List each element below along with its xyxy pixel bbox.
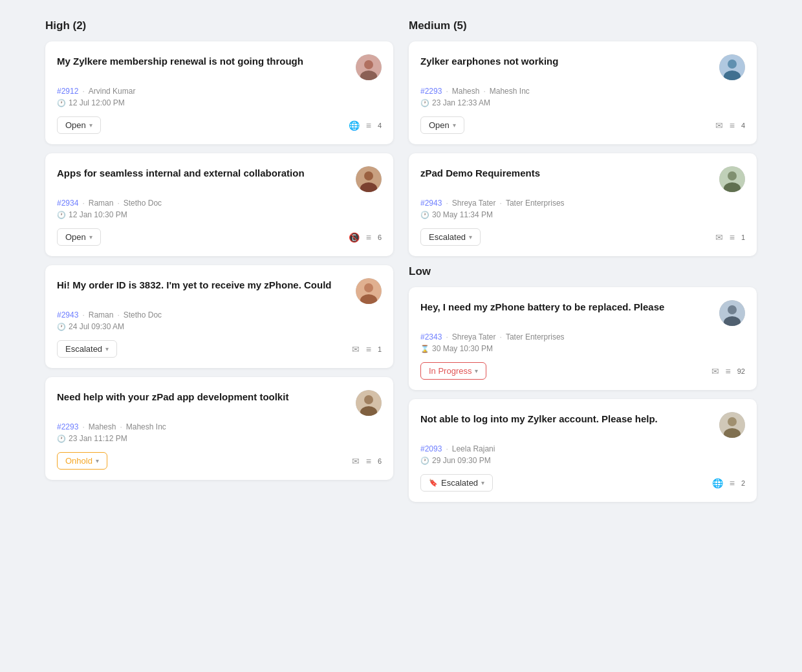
card-high-1: My Zylkere membership renewal is not goi… — [45, 41, 393, 144]
card-high-2-meta: #2934 · Raman · Stetho Doc — [57, 199, 382, 208]
footer-icons: 📵 ≡ 6 — [349, 232, 382, 243]
assignee: Shreya Tater — [452, 332, 496, 341]
svg-point-4 — [364, 171, 373, 180]
status-badge[interactable]: 🔖 Escalated ▾ — [420, 474, 493, 492]
list-icon[interactable]: ≡ — [366, 344, 371, 354]
clock-icon: 🕐 — [57, 323, 66, 331]
ticket-id: #2912 — [57, 87, 78, 96]
email-icon[interactable]: ✉ — [715, 120, 723, 131]
card-low-1-meta: #2343 · Shreya Tater · Tater Enterprises — [420, 332, 745, 341]
card-high-2-time: 🕐 12 Jan 10:30 PM — [57, 210, 382, 219]
svg-point-19 — [728, 305, 737, 314]
card-high-4-title: Need help with your zPad app development… — [57, 390, 356, 404]
chevron-down-icon: ▾ — [105, 345, 109, 352]
clock-icon: 🕐 — [420, 211, 429, 219]
card-med-2-time: 🕐 30 May 11:34 PM — [420, 210, 745, 219]
status-badge[interactable]: Open ▾ — [57, 228, 101, 246]
avatar — [719, 54, 745, 80]
card-med-2-title: zPad Demo Requirements — [420, 166, 719, 180]
status-badge[interactable]: Escalated ▾ — [420, 228, 481, 246]
count: 4 — [741, 122, 745, 129]
card-med-1-meta: #2293 · Mahesh · Mahesh Inc — [420, 87, 745, 96]
list-icon[interactable]: ≡ — [730, 120, 735, 131]
card-high-3-time: 🕐 24 Jul 09:30 AM — [57, 322, 382, 331]
svg-point-10 — [364, 395, 373, 404]
footer-icons: ✉ ≡ 4 — [715, 120, 745, 131]
globe-icon[interactable]: 🌐 — [712, 478, 723, 488]
svg-point-22 — [728, 417, 737, 426]
chevron-down-icon: ▾ — [96, 457, 99, 464]
kanban-board: High (2) My Zylkere membership renewal i… — [45, 19, 757, 511]
email-icon[interactable]: ✉ — [352, 344, 360, 354]
count: 6 — [378, 233, 382, 241]
card-high-3-title: Hi! My order ID is 3832. I'm yet to rece… — [57, 278, 356, 292]
footer-icons: 🌐 ≡ 2 — [712, 478, 745, 488]
status-badge[interactable]: Escalated ▾ — [57, 340, 117, 358]
company: Mahesh Inc — [490, 87, 530, 96]
list-icon[interactable]: ≡ — [366, 120, 371, 131]
escalated-icon: 🔖 — [429, 479, 438, 487]
ticket-id: #2934 — [57, 199, 78, 208]
footer-icons: ✉ ≡ 1 — [715, 232, 745, 243]
ticket-id: #2943 — [420, 199, 442, 208]
avatar — [356, 278, 382, 304]
clock-icon: 🕐 — [57, 435, 66, 443]
status-badge[interactable]: In Progress ▾ — [420, 362, 486, 380]
avatar — [719, 166, 745, 192]
status-badge[interactable]: Open ▾ — [57, 116, 101, 134]
svg-point-16 — [728, 171, 737, 180]
status-badge[interactable]: Onhold ▾ — [57, 452, 107, 470]
avatar — [356, 166, 382, 192]
ticket-id: #2943 — [57, 310, 78, 320]
company: Tater Enterprises — [506, 332, 565, 341]
phone-icon[interactable]: 📵 — [349, 232, 360, 243]
clock-icon: 🕐 — [420, 99, 429, 107]
ticket-id: #2093 — [420, 444, 442, 453]
list-icon[interactable]: ≡ — [730, 232, 735, 243]
card-low-2-time: 🕐 29 Jun 09:30 PM — [420, 456, 745, 465]
column-right: Medium (5) Zylker earphones not working … — [409, 19, 757, 511]
list-icon[interactable]: ≡ — [730, 478, 735, 488]
assignee: Raman — [89, 310, 114, 320]
card-high-1-meta: #2912 · Arvind Kumar — [57, 87, 382, 96]
hourglass-icon: ⌛ — [420, 345, 429, 353]
footer-icons: ✉ ≡ 92 — [711, 366, 745, 376]
company: Mahesh Inc — [126, 422, 166, 431]
card-high-1-time: 🕐 12 Jul 12:00 PM — [57, 98, 382, 107]
svg-point-7 — [364, 283, 373, 292]
email-icon[interactable]: ✉ — [715, 232, 723, 243]
card-med-1-time: 🕐 23 Jan 12:33 AM — [420, 98, 745, 107]
globe-icon[interactable]: 🌐 — [349, 120, 360, 131]
chevron-down-icon: ▾ — [469, 233, 472, 241]
card-low-2-meta: #2093 · Leela Rajani — [420, 444, 745, 453]
company: Tater Enterprises — [506, 199, 565, 208]
assignee: Arvind Kumar — [89, 87, 136, 96]
card-high-4-meta: #2293 · Mahesh · Mahesh Inc — [57, 422, 382, 431]
count: 2 — [741, 479, 745, 487]
company: Stetho Doc — [124, 310, 162, 320]
chevron-down-icon: ▾ — [453, 122, 456, 129]
card-med-2-meta: #2943 · Shreya Tater · Tater Enterprises — [420, 199, 745, 208]
company: Stetho Doc — [124, 199, 162, 208]
list-icon[interactable]: ≡ — [366, 232, 371, 243]
list-icon[interactable]: ≡ — [366, 456, 371, 466]
count: 4 — [378, 122, 382, 129]
assignee: Mahesh — [89, 422, 116, 431]
ticket-id: #2343 — [420, 332, 442, 341]
status-badge[interactable]: Open ▾ — [420, 116, 464, 134]
count: 1 — [741, 233, 745, 241]
list-icon[interactable]: ≡ — [726, 366, 731, 376]
email-icon[interactable]: ✉ — [711, 366, 719, 376]
assignee: Leela Rajani — [452, 444, 495, 453]
svg-point-1 — [364, 60, 373, 69]
column-high: High (2) My Zylkere membership renewal i… — [45, 19, 393, 511]
chevron-down-icon: ▾ — [89, 233, 92, 241]
card-med-2: zPad Demo Requirements #2943 · Shreya Ta… — [409, 153, 757, 256]
email-icon[interactable]: ✉ — [352, 456, 360, 466]
avatar — [356, 390, 382, 416]
card-high-4-time: 🕐 23 Jan 11:12 PM — [57, 434, 382, 443]
clock-icon: 🕐 — [420, 457, 429, 465]
assignee: Raman — [89, 199, 114, 208]
card-high-4: Need help with your zPad app development… — [45, 377, 393, 480]
avatar — [356, 54, 382, 80]
